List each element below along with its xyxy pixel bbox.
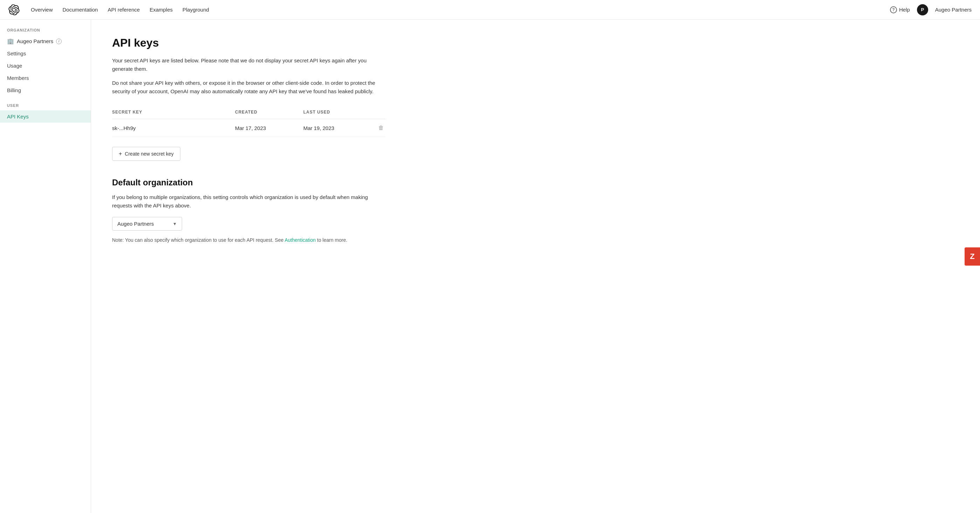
nav-api-reference[interactable]: API reference bbox=[108, 6, 140, 13]
info-icon: i bbox=[56, 38, 62, 44]
main-content: API keys Your secret API keys are listed… bbox=[91, 20, 406, 513]
plus-icon: + bbox=[119, 151, 122, 157]
description-1: Your secret API keys are listed below. P… bbox=[112, 56, 385, 73]
api-keys-table: SECRET KEY CREATED LAST USED sk-...Hh9y … bbox=[112, 107, 385, 137]
user-name-label: Augeo Partners bbox=[935, 6, 972, 13]
description-2: Do not share your API key with others, o… bbox=[112, 79, 385, 96]
default-org-desc: If you belong to multiple organizations,… bbox=[112, 193, 385, 210]
col-header-secret-key: SECRET KEY bbox=[112, 107, 235, 119]
note-suffix: to learn more. bbox=[317, 237, 347, 243]
topnav-right: ? Help P Augeo Partners bbox=[890, 4, 972, 16]
help-button[interactable]: ? Help bbox=[890, 6, 910, 13]
user-avatar[interactable]: P bbox=[917, 4, 928, 16]
sidebar-item-usage[interactable]: Usage bbox=[0, 60, 91, 72]
note-text: Note: You can also specify which organiz… bbox=[112, 236, 385, 244]
org-select-dropdown[interactable]: Augeo Partners ▼ bbox=[112, 217, 182, 231]
openai-logo-icon[interactable] bbox=[8, 4, 20, 16]
nav-documentation[interactable]: Documentation bbox=[63, 6, 98, 13]
delete-cell: 🗑 bbox=[372, 119, 385, 137]
sidebar-item-api-keys[interactable]: API Keys bbox=[0, 110, 91, 123]
created-cell: Mar 17, 2023 bbox=[235, 119, 303, 137]
note-prefix: Note: You can also specify which organiz… bbox=[112, 237, 284, 243]
key-cell: sk-...Hh9y bbox=[112, 119, 235, 137]
chevron-down-icon: ▼ bbox=[173, 221, 177, 226]
col-header-created: CREATED bbox=[235, 107, 303, 119]
authentication-link[interactable]: Authentication bbox=[285, 237, 316, 243]
page-layout: ORGANIZATION 🏢 Augeo Partners i Settings… bbox=[0, 20, 980, 513]
org-select-value: Augeo Partners bbox=[117, 221, 154, 227]
user-section-label: USER bbox=[0, 104, 91, 108]
sidebar-item-billing[interactable]: Billing bbox=[0, 84, 91, 96]
org-section-label: ORGANIZATION bbox=[0, 28, 91, 32]
delete-key-button[interactable]: 🗑 bbox=[377, 123, 385, 132]
nav-links: Overview Documentation API reference Exa… bbox=[31, 6, 879, 13]
nav-overview[interactable]: Overview bbox=[31, 6, 53, 13]
help-icon: ? bbox=[890, 6, 897, 13]
org-name: Augeo Partners bbox=[17, 38, 53, 44]
col-header-last-used: LAST USED bbox=[303, 107, 372, 119]
nav-examples[interactable]: Examples bbox=[150, 6, 173, 13]
default-org-title: Default organization bbox=[112, 178, 385, 188]
last-used-cell: Mar 19, 2023 bbox=[303, 119, 372, 137]
create-button-label: Create new secret key bbox=[125, 151, 173, 157]
sidebar-item-members[interactable]: Members bbox=[0, 72, 91, 84]
page-title: API keys bbox=[112, 37, 385, 49]
col-header-action bbox=[372, 107, 385, 119]
building-icon: 🏢 bbox=[7, 38, 14, 45]
table-row: sk-...Hh9y Mar 17, 2023 Mar 19, 2023 🗑 bbox=[112, 119, 385, 137]
sidebar: ORGANIZATION 🏢 Augeo Partners i Settings… bbox=[0, 20, 91, 513]
create-secret-key-button[interactable]: + Create new secret key bbox=[112, 147, 180, 161]
nav-playground[interactable]: Playground bbox=[183, 6, 209, 13]
zulip-button[interactable]: Z bbox=[964, 247, 980, 266]
top-nav: Overview Documentation API reference Exa… bbox=[0, 0, 980, 20]
org-row[interactable]: 🏢 Augeo Partners i bbox=[0, 35, 91, 47]
help-label: Help bbox=[899, 6, 910, 13]
sidebar-item-settings[interactable]: Settings bbox=[0, 47, 91, 60]
